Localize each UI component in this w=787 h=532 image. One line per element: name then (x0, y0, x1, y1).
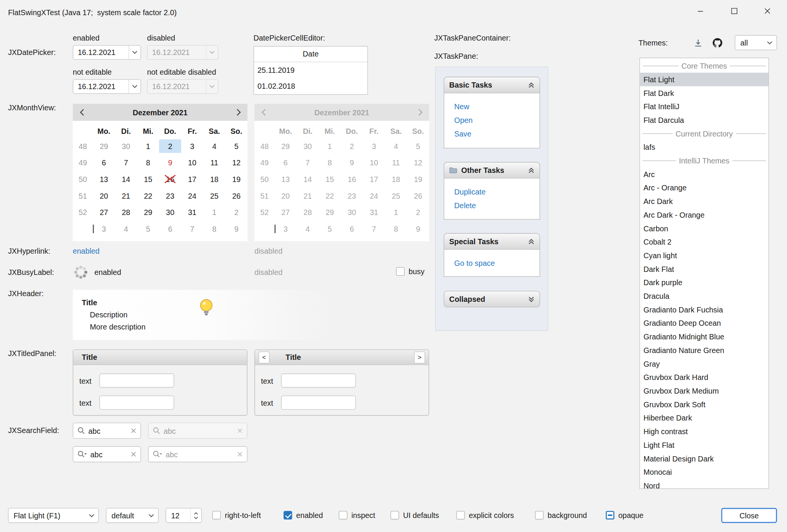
searchfield-with-menu[interactable]: abc (73, 446, 141, 462)
theme-item[interactable]: Gradianto Deep Ocean (640, 316, 768, 330)
close-button[interactable]: Close (721, 508, 777, 523)
theme-item[interactable]: Dark purple (640, 276, 768, 289)
maximize-button[interactable] (723, 2, 746, 20)
calendar-day[interactable]: 3 (181, 140, 203, 153)
calendar-day[interactable]: 8 (203, 222, 225, 236)
calendar-day[interactable]: 26 (225, 189, 247, 203)
checkbox-box[interactable] (283, 511, 292, 519)
checkbox-box[interactable] (535, 511, 543, 519)
clear-icon[interactable] (131, 428, 137, 434)
calendar-day[interactable]: 9 (159, 156, 181, 169)
checkbox-box[interactable] (212, 511, 221, 519)
spinner-buttons[interactable] (190, 508, 201, 523)
calendar-day[interactable]: 14 (115, 173, 137, 186)
prev-month-button[interactable] (73, 109, 91, 116)
theme-item[interactable]: Arc Dark - Orange (640, 208, 768, 222)
theme-item[interactable]: Arc Dark (640, 195, 768, 208)
calendar-day[interactable]: 30 (115, 140, 137, 153)
calendar-day[interactable]: 2 (225, 206, 247, 219)
checkbox-opaque[interactable]: opaque (606, 511, 643, 519)
theme-item[interactable]: Gray (640, 357, 768, 370)
theme-item[interactable]: Gruvbox Dark Medium (640, 384, 768, 398)
theme-item[interactable]: Gradianto Dark Fuchsia (640, 303, 768, 317)
minimize-button[interactable] (689, 2, 712, 20)
titledpanel-right-button[interactable]: > (414, 351, 425, 363)
taskpane-link[interactable]: Open (454, 113, 473, 127)
theme-item[interactable]: Gradianto Nature Green (640, 344, 768, 357)
text-field[interactable] (281, 395, 356, 410)
calendar-day[interactable]: 30 (159, 206, 181, 219)
calendar-day[interactable]: 4 (203, 140, 225, 153)
checkbox-busy[interactable]: busy (396, 267, 425, 276)
github-button[interactable] (711, 36, 724, 49)
calendar-day[interactable]: 31 (181, 206, 203, 219)
searchfield-with-menu-not-editable[interactable]: abc (148, 446, 247, 462)
theme-item[interactable]: Dark Flat (640, 262, 768, 276)
calendar-day[interactable]: 6 (93, 156, 115, 169)
theme-item[interactable]: High contrast (640, 425, 768, 438)
text-field[interactable] (99, 395, 174, 410)
download-themes-button[interactable] (692, 37, 705, 50)
calendar-day[interactable]: 7 (115, 156, 137, 169)
search-menu-icon[interactable] (153, 450, 162, 458)
checkbox-box[interactable] (456, 511, 464, 519)
checkbox-box[interactable] (396, 267, 405, 276)
taskpane-link[interactable]: Delete (454, 199, 476, 212)
calendar-day[interactable]: 2 (159, 140, 181, 153)
calendar-day[interactable]: 1 (137, 140, 159, 153)
calendar-day[interactable]: 22 (137, 189, 159, 203)
chevron-down-icon[interactable] (129, 80, 141, 93)
spinner-value[interactable]: 12 (166, 511, 190, 519)
calendar-day[interactable]: 27 (93, 206, 115, 219)
scale-combobox[interactable]: default (106, 508, 159, 523)
theme-item[interactable]: Arc - Orange (640, 181, 768, 195)
chevron-down-icon[interactable] (129, 46, 141, 59)
taskpane-link[interactable]: Save (454, 127, 471, 141)
taskpane-link[interactable]: New (454, 100, 469, 113)
font-size-spinner[interactable]: 12 (165, 508, 201, 523)
theme-item[interactable]: Light Flat (640, 438, 768, 452)
taskpane-link[interactable]: Go to space (454, 256, 495, 270)
searchfield-enabled[interactable]: abc (73, 423, 141, 439)
table-column-header-date[interactable]: Date (254, 47, 367, 62)
calendar-day[interactable]: 20 (93, 189, 115, 203)
calendar-day[interactable]: 29 (137, 206, 159, 219)
theme-item[interactable]: Gruvbox Dark Soft (640, 398, 768, 411)
calendar-day[interactable]: 5 (137, 222, 159, 236)
theme-list[interactable]: Core ThemesFlat LightFlat DarkFlat Intel… (639, 58, 769, 489)
calendar-day[interactable]: 17 (181, 173, 203, 186)
search-menu-icon[interactable] (77, 450, 87, 458)
hyperlink-enabled[interactable]: enabled (73, 247, 100, 255)
datepicker-value[interactable]: 16.12.2021 (73, 48, 128, 56)
calendar-day[interactable]: 10 (181, 156, 203, 169)
calendar-day[interactable]: 13 (93, 173, 115, 186)
taskpane-header[interactable]: Collapsed (444, 291, 540, 308)
taskpane-header[interactable]: Special Tasks (444, 233, 540, 250)
datepicker-enabled[interactable]: 16.12.2021 (73, 45, 141, 60)
close-window-button[interactable] (756, 2, 779, 20)
calendar-day[interactable]: 28 (115, 206, 137, 219)
theme-item[interactable]: Gradianto Midnight Blue (640, 330, 768, 344)
chevron-double-up-icon[interactable] (528, 82, 534, 88)
theme-item[interactable]: Gruvbox Dark Hard (640, 370, 768, 384)
checkbox-box[interactable] (606, 511, 614, 519)
searchfield-value[interactable]: abc (88, 427, 127, 435)
calendar-day[interactable]: 6 (159, 222, 181, 236)
theme-item[interactable]: Flat Darcula (640, 113, 768, 127)
checkbox-inspect[interactable]: inspect (339, 511, 375, 519)
monthview-enabled[interactable]: Dezember 2021 Mo.Di.Mi.Do.Fr.Sa.So.48293… (73, 104, 247, 241)
calendar-day[interactable]: 5 (225, 140, 247, 153)
calendar-day[interactable]: 29 (93, 140, 115, 153)
calendar-day[interactable]: 24 (181, 189, 203, 203)
calendar-day[interactable]: 12 (225, 156, 247, 169)
theme-item[interactable]: Flat Dark (640, 86, 768, 100)
table-cell-date[interactable]: 01.02.2018 (254, 78, 367, 94)
taskpane-link[interactable]: Duplicate (454, 185, 486, 199)
chevron-double-down-icon[interactable] (528, 296, 534, 302)
theme-item[interactable]: Flat Light (640, 73, 768, 86)
calendar-day[interactable]: 21 (115, 189, 137, 203)
theme-item[interactable]: Carbon (640, 221, 768, 235)
laf-combobox[interactable]: Flat Light (F1) (8, 508, 99, 523)
theme-filter-combobox[interactable]: all (735, 35, 777, 50)
theme-item[interactable]: Monocai (640, 465, 768, 479)
